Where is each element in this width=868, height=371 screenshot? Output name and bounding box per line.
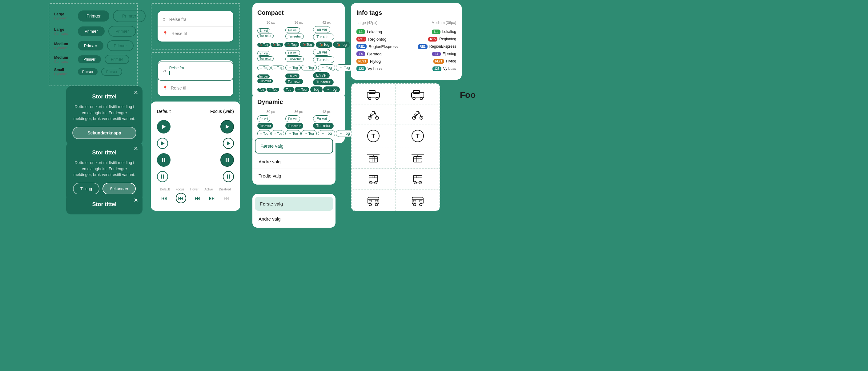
svg-rect-62 <box>369 200 372 202</box>
text-fly1-large: Flytog <box>370 59 381 64</box>
search-panel-focused: ○ Reise fra 📍 Reise til <box>151 52 240 104</box>
badge-fly1-large: FLY1 <box>356 59 368 64</box>
svg-rect-68 <box>413 200 416 202</box>
pause-btn-large-default[interactable] <box>157 153 170 167</box>
dialog-title-2: Stor tittel <box>72 149 136 156</box>
pause-btn-small-default[interactable] <box>157 171 168 182</box>
skip-back-hover[interactable]: ⏭ <box>194 195 201 202</box>
btn-medium-dynamic-primary[interactable]: Primær <box>78 41 103 50</box>
dynamic-section-title: Dynamic <box>257 98 340 105</box>
from-label-focused: Reise fra <box>169 66 228 70</box>
btn-row-medium-compact: Medium Compact Primær Primær <box>54 55 132 64</box>
dialog-title-1: Stor tittel <box>72 94 136 100</box>
search-panel-top: ○ Reise fra 📍 Reise til <box>151 3 240 49</box>
btn-large-dynamic-outline[interactable]: Primær <box>113 10 146 22</box>
tag-tur-retur-36-2: Tur-retur <box>285 56 304 62</box>
svg-rect-6 <box>226 158 226 162</box>
tram-icon-2 <box>396 169 439 190</box>
size-header-42: 42 px <box>313 21 340 24</box>
label-disabled: Disabled <box>219 188 231 191</box>
svg-rect-7 <box>228 158 229 162</box>
search-to-field[interactable]: 📍 Reise til <box>158 27 233 40</box>
dialog-btn-sekundaer[interactable]: Sekundær <box>102 183 136 195</box>
search-from-field[interactable]: ○ Reise fra <box>158 12 233 27</box>
pause-btn-small-focus[interactable] <box>223 171 234 182</box>
btn-large-compact-primary[interactable]: Primær <box>78 27 105 36</box>
dropdown-item-1-selected[interactable]: Første valg <box>255 138 333 154</box>
pause-btn-large-focus[interactable] <box>220 153 234 167</box>
play-btn-large-focus[interactable] <box>220 120 234 134</box>
tag-tog-dark-42a: Tog <box>310 87 322 93</box>
dialog-close-btn-2[interactable]: ✕ <box>133 146 138 151</box>
cursor-indicator <box>169 71 170 75</box>
btn-variant-label: Compact <box>54 32 74 35</box>
search-card-focused: ○ Reise fra 📍 Reise til <box>158 60 233 96</box>
btn-size-label: Small <box>54 68 74 72</box>
info-tag-row-f4: F4 Fjerntog F4 Fjerntog <box>356 52 456 56</box>
dialog-close-btn-1[interactable]: ✕ <box>133 90 138 95</box>
svg-text:TAXI: TAXI <box>414 92 419 95</box>
dyn-tag-en-vei-36: En vei <box>285 115 301 122</box>
btn-large-compact-outline[interactable]: Primær <box>108 26 136 37</box>
circle-icon-focused: ○ <box>163 68 166 74</box>
btn-small-dynamic-primary[interactable]: Primær <box>78 68 98 75</box>
svg-rect-5 <box>164 158 165 162</box>
tag-tur-retur-filled-36: Tur-retur <box>285 79 303 84</box>
tag-tog-filled-42a: 🚂 Tog <box>316 41 333 48</box>
search-from-focused[interactable]: ○ Reise fra <box>158 62 233 80</box>
skip-back-default[interactable]: ⏮ <box>161 195 167 202</box>
foo-text: Foo <box>460 90 475 100</box>
dropdown-item-2[interactable]: Andre valg <box>252 155 336 169</box>
dialog-close-btn-3[interactable]: ✕ <box>133 198 138 203</box>
badge-re1-medium: RE1 <box>418 44 427 49</box>
btn-large-dynamic-primary[interactable]: Primær <box>78 10 109 22</box>
btn-small-dynamic-outline[interactable]: Primær <box>101 68 122 76</box>
badge-re1-large: RE1 <box>356 44 367 49</box>
svg-rect-63 <box>375 200 378 202</box>
to-placeholder: Reise til <box>172 31 187 36</box>
dropdown-item-1-highlighted[interactable]: Første valg <box>255 197 333 211</box>
buttons-panel: Large Dynamic Primær Primær Large Compac… <box>49 3 138 86</box>
svg-point-31 <box>414 114 416 116</box>
skip-back-active[interactable]: ⏭ <box>209 195 215 202</box>
dropdown-item-2-bottom[interactable]: Andre valg <box>252 212 336 226</box>
tag-tog-outline-42a: ↔ Tog <box>318 64 335 71</box>
svg-rect-9 <box>163 174 164 178</box>
svg-marker-3 <box>227 141 230 145</box>
btn-row-large-compact: Large Compact Primær Primær <box>54 26 132 37</box>
tag-tog-filled-30b: 🚂 Tog <box>271 43 283 47</box>
play-btn-large-default[interactable] <box>157 120 170 134</box>
btn-size-label: Large <box>54 12 74 16</box>
tag-en-vei-30-2: En vei <box>257 51 270 56</box>
info-tag-row-r15: R15 Regiontog R15 Regiontog <box>356 37 456 41</box>
play-btn-small-focus[interactable] <box>223 138 234 149</box>
play-btn-small-default[interactable] <box>157 138 168 149</box>
btn-medium-compact-primary[interactable]: Primær <box>78 55 101 63</box>
tag-en-vei-30: En vei <box>257 28 270 33</box>
dialog-btn-tillegg[interactable]: Tillegg <box>73 183 99 195</box>
tag-tog-dark-42b: ↔ Tog <box>323 87 340 93</box>
tag-tog-filled-36b: 🚂 Tog <box>300 42 315 47</box>
col2-header: Medium (36px) <box>432 21 456 25</box>
svg-rect-34 <box>369 157 378 162</box>
btn-size-label: Medium <box>54 42 74 46</box>
svg-marker-1 <box>226 125 229 129</box>
skip-back-focus[interactable]: ⏮ <box>176 193 186 203</box>
dropdown-item-3[interactable]: Tredje valg <box>252 169 336 183</box>
info-tags-columns-header: Large (42px) Medium (36px) <box>356 21 456 25</box>
btn-medium-dynamic-outline[interactable]: Primær <box>107 40 134 51</box>
btn-medium-compact-outline[interactable]: Primær <box>105 55 129 64</box>
label-hover: Hover <box>190 188 198 191</box>
dialog-single-btn[interactable]: Sekundærknapp <box>72 127 136 139</box>
tram-icon-1 <box>351 169 396 190</box>
tag-tur-retur-filled-42: Tur-retur <box>313 79 333 85</box>
dyn-size-header-42: 42 px <box>313 110 340 113</box>
search-to-field-focused[interactable]: 📍 Reise til <box>158 81 233 95</box>
scooter-icon-2 <box>396 105 439 125</box>
svg-rect-69 <box>420 200 422 202</box>
media-header: Default Focus (web) <box>157 109 234 114</box>
dyn-tag-en-vei-42: En vei <box>313 115 330 122</box>
info-tag-row-l1: L1 Lokaltog L1 Lokaltog <box>356 29 456 34</box>
svg-text:TAXI: TAXI <box>370 92 375 95</box>
tag-tog-outline-30a: ↔ Tog <box>257 66 271 70</box>
